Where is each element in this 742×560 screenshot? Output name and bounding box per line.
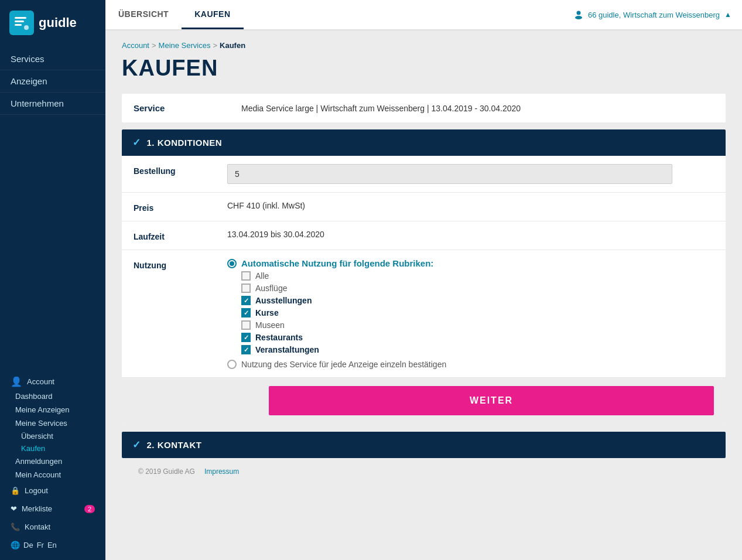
svg-point-4 [576, 11, 580, 15]
svg-rect-1 [15, 21, 24, 22]
check-kurse-label: Kurse [255, 308, 279, 317]
topbar-user[interactable]: 66 guidle, Wirtschaft zum Weissenberg ▲ [563, 10, 742, 19]
radio2-circle [227, 360, 237, 369]
lang-fr[interactable]: Fr [37, 541, 44, 549]
sidebar-merkliste[interactable]: ❤ Merkliste 2 [0, 500, 105, 518]
breadcrumb: Account > Meine Services > Kaufen [122, 41, 726, 50]
logo-area: guidle [0, 0, 105, 48]
sidebar-item-anmeldungen[interactable]: Anmeldungen [0, 455, 105, 468]
radio2-label: Nutzung des Service für jede Anzeige ein… [241, 360, 446, 369]
check-alle[interactable]: Alle [227, 271, 714, 281]
bestellung-row: Bestellung 5 [122, 156, 726, 193]
check-ausfluege-label: Ausflüge [255, 284, 287, 293]
guidle-logo-svg [13, 15, 30, 31]
tab-ubersicht[interactable]: ÜBERSICHT [105, 0, 182, 29]
user-icon [574, 10, 583, 19]
section1-card: ✓ 1. KONDITIONEN Bestellung 5 Preis CHF … [122, 129, 726, 425]
section1-header: ✓ 1. KONDITIONEN [122, 129, 726, 156]
bestellung-input[interactable]: 5 [227, 164, 672, 184]
language-row: 🌐 De Fr En [0, 536, 105, 554]
main-area: ÜBERSICHT KAUFEN 66 guidle, Wirtschaft z… [105, 0, 742, 560]
breadcrumb-account[interactable]: Account [122, 41, 149, 50]
radio1-label: Automatische Nutzung für folgende Rubrik… [241, 258, 433, 268]
svg-point-3 [24, 25, 29, 30]
preis-label: Preis [134, 201, 227, 213]
checkbox-alle [241, 271, 251, 281]
merkliste-label: Merkliste [22, 504, 52, 513]
sidebar-item-services[interactable]: Services [0, 48, 105, 70]
breadcrumb-sep2: > [213, 41, 217, 50]
breadcrumb-meine-services[interactable]: Meine Services [159, 41, 211, 50]
check-veranstaltungen[interactable]: Veranstaltungen [227, 345, 714, 354]
lang-de[interactable]: De [23, 541, 33, 549]
heart-icon: ❤ [11, 504, 17, 513]
svg-point-5 [575, 16, 582, 19]
check-ausstellungen[interactable]: Ausstellungen [227, 296, 714, 305]
bestellung-value: 5 [227, 164, 714, 184]
nutzung-radio1[interactable]: Automatische Nutzung für folgende Rubrik… [227, 258, 714, 268]
checkbox-veranstaltungen [241, 345, 251, 354]
sidebar-item-dashboard[interactable]: Dashboard [0, 390, 105, 403]
check-ausfluege[interactable]: Ausflüge [227, 284, 714, 293]
service-row: Service Media Service large | Wirtschaft… [122, 94, 726, 122]
sidebar-item-mein-account[interactable]: Mein Account [0, 468, 105, 482]
preis-row: Preis CHF 410 (inkl. MwSt) [122, 193, 726, 221]
topbar: ÜBERSICHT KAUFEN 66 guidle, Wirtschaft z… [105, 0, 742, 30]
check-kurse[interactable]: Kurse [227, 308, 714, 317]
sidebar-account-section: 👤 Account [0, 367, 105, 390]
check-icon-2: ✓ [132, 439, 141, 451]
checkbox-museen [241, 320, 251, 330]
check-veranstaltungen-label: Veranstaltungen [255, 345, 319, 354]
laufzeit-value: 13.04.2019 bis 30.04.2020 [227, 230, 714, 239]
logo-icon [9, 11, 34, 35]
section2-title: 2. KONTAKT [147, 440, 202, 450]
laufzeit-label: Laufzeit [134, 230, 227, 241]
sidebar-item-kaufen[interactable]: Kaufen [0, 442, 105, 455]
laufzeit-row: Laufzeit 13.04.2019 bis 30.04.2020 [122, 221, 726, 250]
sidebar-kontakt[interactable]: 📞 Kontakt [0, 518, 105, 536]
kontakt-label: Kontakt [25, 523, 50, 531]
sidebar-account-label: Account [27, 377, 54, 386]
logout-label: Logout [25, 486, 48, 495]
section2-card: ✓ 2. KONTAKT [122, 432, 726, 458]
sidebar: guidle Services Anzeigen Unternehmen 👤 A… [0, 0, 105, 560]
breadcrumb-sep1: > [152, 41, 156, 50]
section2-header: ✓ 2. KONTAKT [122, 432, 726, 458]
page-title: KAUFEN [122, 56, 726, 81]
nutzung-row: Nutzung Automatische Nutzung für folgend… [122, 250, 726, 378]
check-icon-1: ✓ [132, 136, 141, 149]
section1-title: 1. KONDITIONEN [147, 138, 223, 148]
svg-rect-0 [15, 17, 26, 19]
checkbox-ausfluege [241, 284, 251, 293]
check-museen[interactable]: Museen [227, 320, 714, 330]
merkliste-badge: 2 [84, 505, 95, 513]
sidebar-item-ubersicht[interactable]: Übersicht [0, 430, 105, 442]
service-value: Media Service large | Wirtschaft zum Wei… [241, 104, 521, 113]
sidebar-item-unternehmen[interactable]: Unternehmen [0, 93, 105, 115]
check-restaurants-label: Restaurants [255, 333, 303, 342]
sidebar-logout[interactable]: 🔒 Logout [0, 482, 105, 500]
check-ausstellungen-label: Ausstellungen [255, 296, 312, 305]
nutzung-options: Automatische Nutzung für folgende Rubrik… [227, 258, 714, 369]
check-restaurants[interactable]: Restaurants [227, 333, 714, 342]
footer-copy: © 2019 Guidle AG [138, 467, 195, 476]
footer-impressum[interactable]: Impressum [204, 467, 239, 476]
page-footer: © 2019 Guidle AG Impressum [122, 458, 726, 485]
topbar-chevron-icon: ▲ [724, 11, 731, 19]
sidebar-item-anzeigen[interactable]: Anzeigen [0, 70, 105, 93]
service-label: Service [134, 103, 227, 113]
content-area: Account > Meine Services > Kaufen KAUFEN… [105, 30, 742, 560]
nutzung-radio2[interactable]: Nutzung des Service für jede Anzeige ein… [227, 360, 714, 369]
sidebar-item-meine-services[interactable]: Meine Services [0, 416, 105, 430]
lock-icon: 🔒 [11, 486, 20, 495]
logo-text: guidle [39, 15, 77, 30]
lang-en[interactable]: En [47, 541, 57, 549]
tab-kaufen[interactable]: KAUFEN [182, 0, 243, 29]
check-museen-label: Museen [255, 320, 285, 330]
weiter-button[interactable]: WEITER [269, 386, 714, 415]
weiter-row: WEITER [122, 378, 726, 425]
svg-rect-2 [15, 24, 22, 26]
checkbox-kurse [241, 308, 251, 317]
sidebar-item-meine-anzeigen[interactable]: Meine Anzeigen [0, 403, 105, 416]
radio1-circle [227, 259, 237, 268]
